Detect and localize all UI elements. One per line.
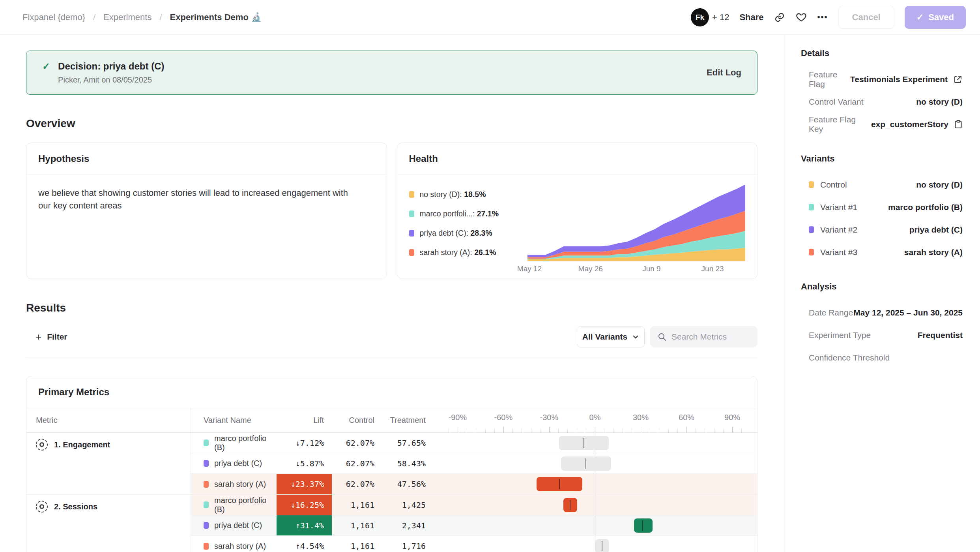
lift-axis-tick <box>476 428 476 432</box>
variants-dropdown[interactable]: All Variants <box>577 326 645 347</box>
lift-axis-tick <box>668 428 669 432</box>
analysis-value: May 12, 2025 – Jun 30, 2025 <box>853 308 963 317</box>
lift-axis-label: -60% <box>494 413 513 422</box>
variant-result-row: marco portfolio (B)↓16.25%1,1611,425 <box>191 495 757 515</box>
lift-axis-tick <box>632 428 632 432</box>
lift-value: ↓23.37% <box>291 479 324 489</box>
metric-cell[interactable]: 2. Sessions <box>26 495 191 552</box>
lift-axis-tick <box>659 428 659 432</box>
lift-axis-tick <box>531 428 531 432</box>
details-heading: Details <box>801 48 963 58</box>
confidence-interval-cell <box>432 474 757 494</box>
plus-icon: + <box>36 331 41 343</box>
lift-axis-tick <box>512 428 513 432</box>
lift-cell: ↑4.54% <box>277 536 332 552</box>
search-metrics-box[interactable] <box>650 326 757 347</box>
lift-axis-tick <box>613 428 613 432</box>
column-control: Control <box>332 416 379 425</box>
health-legend-item: no story (D): 18.5% <box>409 190 527 199</box>
column-lift: Lift <box>277 416 332 425</box>
detail-label: Control Variant <box>809 97 864 107</box>
column-metric: Metric <box>26 408 191 432</box>
health-legend-item: sarah story (A): 26.1% <box>409 248 527 257</box>
treatment-value: 57.65% <box>379 438 430 448</box>
column-variant-name: Variant Name <box>191 416 277 425</box>
results-heading: Results <box>26 302 757 314</box>
details-section: Details Feature FlagTestimonials Experim… <box>801 48 963 135</box>
copy-link-icon[interactable] <box>774 12 785 23</box>
analysis-row: Experiment TypeFrequentist <box>801 324 963 346</box>
variant-name-cell: priya debt (C) <box>191 459 277 468</box>
lift-axis-tick <box>449 428 449 432</box>
lift-axis-tick <box>714 428 714 432</box>
variant-rows: marco portfolio (B)↓7.12%62.07%57.65%pri… <box>191 433 757 494</box>
lift-axis-label: 90% <box>724 413 740 422</box>
detail-label: Feature Flag <box>809 70 850 89</box>
legend-label: marco portfoli...: 27.1% <box>420 209 499 218</box>
variant-result-row: sarah story (A)↑4.54%1,1611,716 <box>191 536 757 552</box>
lift-axis-tick <box>723 428 724 432</box>
saved-button[interactable]: ✓ Saved <box>905 6 966 29</box>
edit-log-button[interactable]: Edit Log <box>707 68 741 78</box>
lift-cell: ↓16.25% <box>277 495 332 515</box>
lift-axis-label: 60% <box>679 413 694 422</box>
treatment-value: 2,341 <box>379 521 430 530</box>
more-menu-icon[interactable]: ••• <box>817 13 828 22</box>
legend-label: sarah story (A): 26.1% <box>420 248 496 257</box>
mean-lift-tick <box>584 438 584 448</box>
copy-icon[interactable] <box>954 120 963 129</box>
favorite-heart-icon[interactable] <box>795 11 807 23</box>
filter-label: Filter <box>47 332 67 342</box>
metrics-table-header: Metric Variant Name Lift Control Treatme… <box>26 408 757 433</box>
variant-slot-name: Variant #3 <box>820 248 857 257</box>
collaborators-group[interactable]: Fk + 12 <box>691 8 729 26</box>
lift-axis-tick <box>595 427 595 432</box>
lift-value: ↓7.12% <box>295 438 324 448</box>
share-button[interactable]: Share <box>739 12 763 23</box>
breadcrumb-current: Experiments Demo 🔬 <box>170 12 262 23</box>
variant-slot-name: Variant #2 <box>820 225 857 235</box>
breadcrumb-experiments[interactable]: Experiments <box>103 12 151 23</box>
avatar[interactable]: Fk <box>691 8 709 26</box>
metric-cell[interactable]: 1. Engagement <box>26 433 191 494</box>
health-legend-item: marco portfoli...: 27.1% <box>409 209 527 218</box>
lift-axis-label: -30% <box>540 413 559 422</box>
lift-axis-tick <box>485 428 486 432</box>
variant-name-cell: sarah story (A) <box>191 542 277 551</box>
variant-slot-name: Control <box>820 180 847 190</box>
variant-label: Variant #1 <box>809 203 857 212</box>
variant-value: priya debt (C) <box>909 225 963 235</box>
mean-lift-tick <box>642 520 643 531</box>
cancel-button[interactable]: Cancel <box>838 6 894 29</box>
legend-swatch-icon <box>409 230 414 237</box>
variant-color-dot <box>809 249 814 255</box>
analysis-heading: Analysis <box>801 282 963 292</box>
lift-axis-tick <box>641 427 641 432</box>
variant-label: Variant #2 <box>809 225 857 235</box>
decision-title: Decision: priya debt (C) <box>58 61 164 72</box>
lift-axis-tick <box>567 428 568 432</box>
add-filter-button[interactable]: + Filter <box>26 331 67 343</box>
variant-color-dot <box>204 460 209 467</box>
metric-group: 1. Engagementmarco portfolio (B)↓7.12%62… <box>26 433 757 495</box>
variant-result-row: priya debt (C)↓5.87%62.07%58.43% <box>191 453 757 474</box>
breadcrumb-project[interactable]: Fixpanel {demo} <box>22 12 85 23</box>
lift-axis-tick <box>705 428 705 432</box>
variant-row: Controlno story (D) <box>801 173 963 196</box>
search-metrics-input[interactable] <box>671 332 750 342</box>
control-value: 1,161 <box>332 500 379 510</box>
variant-row: Variant #1marco portfolio (B) <box>801 196 963 218</box>
lift-axis-tick <box>458 427 458 432</box>
details-sidebar: Details Feature FlagTestimonials Experim… <box>784 35 980 552</box>
confidence-interval-bar <box>561 456 611 471</box>
mean-lift-tick <box>602 541 602 551</box>
legend-swatch-icon <box>409 191 414 198</box>
control-value: 1,161 <box>332 541 379 551</box>
variant-color-dot <box>809 181 814 188</box>
top-bar: Fixpanel {demo} / Experiments / Experime… <box>0 0 980 35</box>
external-icon[interactable] <box>953 75 963 84</box>
analysis-label: Date Range <box>809 308 853 317</box>
confidence-interval-cell <box>432 515 757 535</box>
analysis-row: Confidence Threshold <box>801 346 963 369</box>
decision-check-icon: ✓ <box>42 61 50 72</box>
